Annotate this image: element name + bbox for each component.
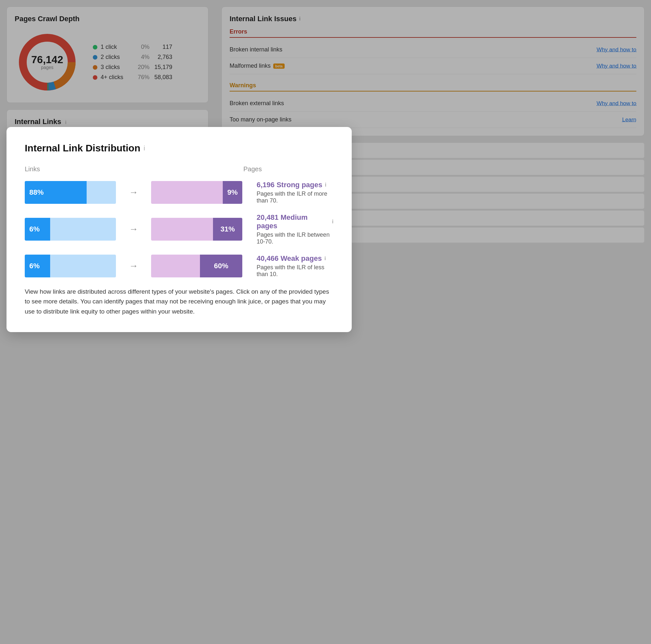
links-header: Links	[25, 165, 122, 173]
modal-description: View how links are distributed across di…	[25, 287, 334, 317]
medium-info-icon: i	[332, 219, 334, 225]
link-pct-strong: 88%	[29, 188, 44, 197]
strong-pages-desc: Pages with the ILR of more than 70.	[257, 190, 334, 204]
link-bar-empty-strong	[87, 181, 116, 204]
weak-pages-desc: Pages with the ILR of less than 10.	[257, 264, 334, 278]
medium-pages-desc: Pages with the ILR between 10-70.	[257, 231, 334, 245]
link-bar-empty-medium	[50, 218, 116, 240]
arrow-medium: →	[124, 224, 143, 234]
link-bar-weak: 6%	[25, 255, 116, 278]
page-pct-medium: 31%	[220, 225, 235, 233]
page-bar-weak: 60%	[151, 255, 242, 278]
arrow-weak: →	[124, 261, 143, 271]
modal-info-icon: i	[144, 144, 145, 152]
distribution-headers: Links Pages	[25, 165, 334, 173]
link-bar-filled-strong: 88%	[25, 181, 87, 204]
page-label-weak: 40,466 Weak pages i Pages with the ILR o…	[257, 254, 334, 278]
strong-pages-title: 6,196 Strong pages i	[257, 181, 334, 189]
distribution-modal: Internal Link Distribution i Links Pages…	[6, 127, 352, 332]
dist-row-weak[interactable]: 6% → 60% 40,466 Weak pages i Pages with …	[25, 254, 334, 278]
page-pct-weak: 60%	[214, 262, 228, 270]
weak-pages-title: 40,466 Weak pages i	[257, 254, 334, 263]
link-bar-empty-weak	[50, 255, 116, 278]
link-pct-medium: 6%	[29, 225, 40, 233]
link-pct-weak: 6%	[29, 262, 40, 270]
link-bar-filled-medium: 6%	[25, 218, 50, 240]
link-bar-medium: 6%	[25, 218, 116, 240]
page-bar-light-medium	[151, 218, 213, 240]
link-bar-filled-weak: 6%	[25, 255, 50, 278]
page-bar-medium: 31%	[151, 218, 242, 240]
weak-info-icon: i	[324, 256, 326, 261]
page-bar-strong: 9%	[151, 181, 242, 204]
modal-title: Internal Link Distribution i	[25, 142, 334, 154]
pages-header: Pages	[243, 165, 262, 173]
page-bar-filled-medium: 31%	[213, 218, 242, 240]
page-bar-light-weak	[151, 255, 200, 278]
page-label-medium: 20,481 Medium pages i Pages with the ILR…	[257, 213, 334, 245]
medium-pages-title: 20,481 Medium pages i	[257, 213, 334, 230]
page-label-strong: 6,196 Strong pages i Pages with the ILR …	[257, 181, 334, 204]
dist-row-medium[interactable]: 6% → 31% 20,481 Medium pages i Pages wit…	[25, 213, 334, 245]
page-bar-light-strong	[151, 181, 223, 204]
page-pct-strong: 9%	[227, 188, 238, 197]
page-bar-filled-strong: 9%	[223, 181, 242, 204]
page-bar-filled-weak: 60%	[200, 255, 242, 278]
strong-info-icon: i	[325, 182, 326, 188]
arrow-strong: →	[124, 187, 143, 198]
link-bar-strong: 88%	[25, 181, 116, 204]
dist-row-strong[interactable]: 88% → 9% 6,196 Strong pages i Pages with…	[25, 181, 334, 204]
